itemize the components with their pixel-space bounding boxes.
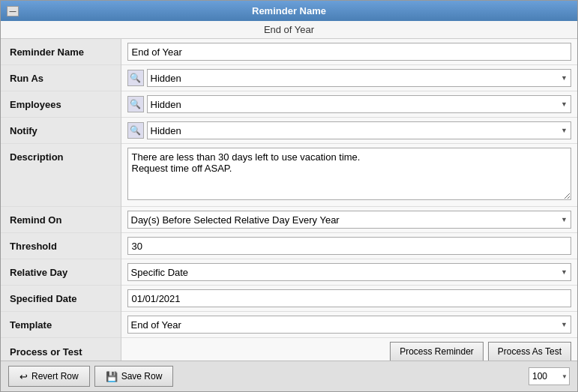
revert-icon: ↩ <box>19 371 28 382</box>
process-or-test-value-cell: Process Reminder Process As Test <box>121 338 577 361</box>
run-as-wrapper: 🔍 Hidden Admin User <box>127 69 572 87</box>
save-row-button[interactable]: 💾 Save Row <box>94 366 174 387</box>
run-as-value-cell: 🔍 Hidden Admin User <box>121 65 577 91</box>
zoom-wrapper: 100 75 150 200 <box>529 367 570 385</box>
relative-day-row: Relative Day Specific Date Birthday Hire… <box>1 259 577 286</box>
process-as-test-button[interactable]: Process As Test <box>488 342 571 361</box>
employees-value-cell: 🔍 Hidden All Selected <box>121 91 577 118</box>
specified-date-row: Specified Date <box>1 286 577 312</box>
template-wrapper: End of Year None Custom <box>127 316 572 334</box>
footer-right: 100 75 150 200 <box>529 367 570 385</box>
revert-row-button[interactable]: ↩ Revert Row <box>8 366 90 387</box>
remind-on-value-cell: Day(s) Before Selected Relative Day Ever… <box>121 207 577 233</box>
run-as-search-icon[interactable]: 🔍 <box>127 70 144 86</box>
notify-search-icon[interactable]: 🔍 <box>127 122 144 139</box>
employees-label: Employees <box>1 91 121 118</box>
reminder-name-input[interactable] <box>127 43 572 61</box>
subtitle-text: End of Year <box>264 24 314 35</box>
relative-day-label: Relative Day <box>1 259 121 286</box>
relative-day-value-cell: Specific Date Birthday Hire Date <box>121 259 577 286</box>
form-table: Reminder Name Run As 🔍 Hidden Admin <box>1 39 577 361</box>
run-as-row: Run As 🔍 Hidden Admin User <box>1 65 577 91</box>
description-value-cell: There are less than 30 days left to use … <box>121 144 577 207</box>
template-value-cell: End of Year None Custom <box>121 312 577 338</box>
form-content: Reminder Name Run As 🔍 Hidden Admin <box>1 39 577 361</box>
notify-value-cell: 🔍 Hidden All Selected <box>121 118 577 144</box>
notify-wrapper: 🔍 Hidden All Selected <box>127 121 572 139</box>
collapse-button[interactable]: — <box>7 6 19 16</box>
threshold-input[interactable] <box>127 237 572 255</box>
run-as-label: Run As <box>1 65 121 91</box>
relative-day-wrapper: Specific Date Birthday Hire Date <box>127 263 572 281</box>
process-reminder-button[interactable]: Process Reminder <box>390 342 484 361</box>
template-row: Template End of Year None Custom <box>1 312 577 338</box>
notify-dropdown-container: Hidden All Selected <box>147 121 572 139</box>
revert-row-label: Revert Row <box>31 371 79 382</box>
employees-select[interactable]: Hidden All Selected <box>147 95 572 113</box>
reminder-name-label: Reminder Name <box>1 39 121 65</box>
footer: ↩ Revert Row 💾 Save Row 100 75 150 200 <box>1 361 577 391</box>
description-textarea[interactable]: There are less than 30 days left to use … <box>127 148 572 200</box>
specified-date-label: Specified Date <box>1 286 121 312</box>
notify-select[interactable]: Hidden All Selected <box>147 121 572 139</box>
run-as-select[interactable]: Hidden Admin User <box>147 69 572 87</box>
notify-label: Notify <box>1 118 121 144</box>
specified-date-input[interactable] <box>127 289 572 307</box>
save-row-label: Save Row <box>121 371 163 382</box>
employees-row: Employees 🔍 Hidden All Selected <box>1 91 577 118</box>
description-row: Description There are less than 30 days … <box>1 144 577 207</box>
save-icon: 💾 <box>106 371 118 382</box>
title-bar-icon-area: — <box>7 6 19 16</box>
reminder-name-value-cell <box>121 39 577 65</box>
footer-left: ↩ Revert Row 💾 Save Row <box>8 366 173 387</box>
process-buttons-container: Process Reminder Process As Test <box>127 342 572 361</box>
main-window: — Reminder Name End of Year Reminder Nam… <box>0 0 578 392</box>
relative-day-select[interactable]: Specific Date Birthday Hire Date <box>127 263 572 281</box>
threshold-row: Threshold <box>1 233 577 259</box>
template-select[interactable]: End of Year None Custom <box>127 316 572 334</box>
threshold-label: Threshold <box>1 233 121 259</box>
subtitle-bar: End of Year <box>1 21 577 39</box>
template-label: Template <box>1 312 121 338</box>
process-or-test-row: Process or Test Process Reminder Process… <box>1 338 577 361</box>
remind-on-select[interactable]: Day(s) Before Selected Relative Day Ever… <box>127 211 572 229</box>
process-or-test-label: Process or Test <box>1 338 121 361</box>
zoom-select[interactable]: 100 75 150 200 <box>529 367 570 385</box>
notify-row: Notify 🔍 Hidden All Selected <box>1 118 577 144</box>
remind-on-label: Remind On <box>1 207 121 233</box>
run-as-dropdown-container: Hidden Admin User <box>147 69 572 87</box>
title-bar-label: Reminder Name <box>252 5 326 16</box>
remind-on-row: Remind On Day(s) Before Selected Relativ… <box>1 207 577 233</box>
description-label: Description <box>1 144 121 207</box>
employees-dropdown-container: Hidden All Selected <box>147 95 572 113</box>
employees-wrapper: 🔍 Hidden All Selected <box>127 95 572 113</box>
employees-search-icon[interactable]: 🔍 <box>127 96 144 112</box>
threshold-value-cell <box>121 233 577 259</box>
title-bar: — Reminder Name <box>1 1 577 21</box>
specified-date-value-cell <box>121 286 577 312</box>
reminder-name-row: Reminder Name <box>1 39 577 65</box>
remind-on-wrapper: Day(s) Before Selected Relative Day Ever… <box>127 211 572 229</box>
